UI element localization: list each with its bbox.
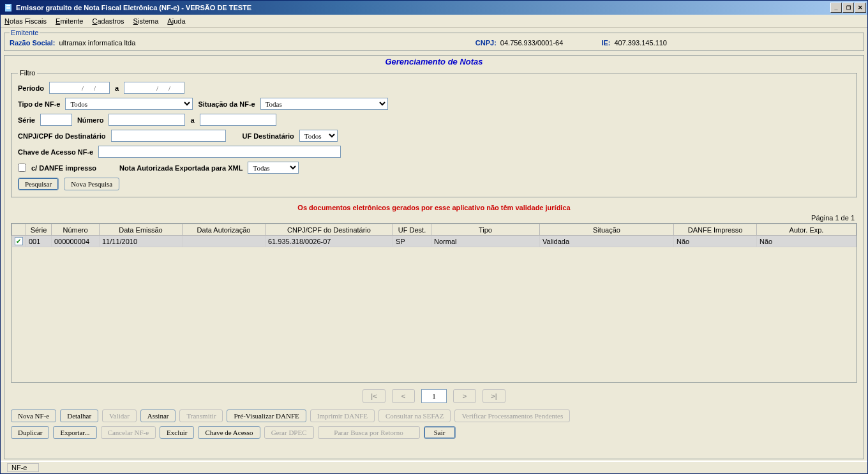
filtro-legend: Filtro (18, 69, 37, 77)
assinar-button[interactable]: Assinar (140, 409, 176, 422)
pager-nav: |< < > >| (11, 389, 857, 403)
table-header[interactable]: CNPJ/CPF do Destinatário (266, 224, 393, 236)
table-cell: Não (757, 236, 857, 247)
table-header[interactable]: Autor. Exp. (757, 224, 857, 236)
nota-exportada-select[interactable]: Todas (248, 162, 299, 174)
periodo-to-input[interactable] (124, 82, 184, 94)
table-header[interactable]: Data Autorização (183, 224, 266, 236)
page-info: Página 1 de 1 (11, 214, 855, 222)
table-cell: 61.935.318/0026-07 (266, 236, 393, 247)
situacao-nfe-label: Situação da NF-e (198, 100, 255, 108)
exportar-button[interactable]: Exportar... (53, 426, 96, 439)
validar-button[interactable]: Validar (102, 409, 137, 422)
menu-cadastros[interactable]: Cadastros (92, 17, 124, 25)
table-cell: SP (393, 236, 431, 247)
last-page-button[interactable]: >| (483, 389, 505, 403)
table-cell (12, 236, 26, 247)
first-page-button[interactable]: |< (363, 389, 385, 403)
chave-acesso-button[interactable]: Chave de Acesso (198, 426, 260, 439)
next-page-button[interactable]: > (453, 389, 476, 403)
numero-a-label: a (190, 116, 194, 124)
danfe-impresso-checkbox[interactable] (18, 164, 26, 172)
results-table-container: SérieNúmeroData EmissãoData AutorizaçãoC… (11, 223, 857, 383)
table-row[interactable]: 00100000000411/11/201061.935.318/0026-07… (12, 236, 857, 247)
previsualizar-danfe-button[interactable]: Pré-Visualizar DANFE (227, 409, 306, 422)
maximize-button[interactable]: ❐ (842, 3, 854, 13)
nota-exportada-label: Nota Autorizada Exportada para XML (119, 164, 243, 172)
table-header[interactable]: Data Emissão (100, 224, 183, 236)
menu-ajuda[interactable]: Ajuda (167, 17, 185, 25)
table-header[interactable]: Número (52, 224, 100, 236)
razao-social-label: Razão Social: (10, 39, 56, 47)
imprimir-danfe-button[interactable]: Imprimir DANFE (310, 409, 375, 422)
cnpjcpf-dest-label: CNPJ/CPF do Destinatário (18, 132, 106, 140)
table-cell: Normal (431, 236, 540, 247)
table-header[interactable]: Situação (540, 224, 674, 236)
periodo-from-input[interactable] (49, 82, 110, 94)
table-cell: 001 (26, 236, 52, 247)
pesquisar-button[interactable]: Pesquisar (18, 178, 59, 190)
cnpj-label: CNPJ: (475, 39, 497, 47)
tipo-nfe-label: Tipo de NF-e (18, 100, 60, 108)
titlebar-title: Emissor gratuito de Nota Fiscal Eletrôni… (16, 4, 830, 11)
cnpjcpf-dest-input[interactable] (111, 130, 226, 142)
table-header[interactable]: Série (26, 224, 52, 236)
table-header[interactable] (12, 224, 26, 236)
sair-button[interactable]: Sair (424, 426, 456, 439)
numero-to-input[interactable] (200, 114, 276, 126)
close-button[interactable]: ✕ (855, 3, 866, 13)
menu-emitente[interactable]: Emitente (56, 17, 83, 25)
nova-pesquisa-button[interactable]: Nova Pesquisa (64, 178, 119, 190)
verificar-pendentes-button[interactable]: Verificar Processamentos Pendentes (454, 409, 570, 422)
table-header[interactable]: UF Dest. (393, 224, 431, 236)
panel-title: Gerenciamento de Notas (11, 57, 857, 66)
cancelar-nfe-button[interactable]: Cancelar NF-e (101, 426, 156, 439)
minimize-button[interactable]: _ (830, 3, 842, 13)
gerar-dpec-button[interactable]: Gerar DPEC (264, 426, 314, 439)
table-header[interactable]: DANFE Impresso (674, 224, 757, 236)
page-number-input[interactable] (421, 389, 447, 403)
table-cell: Não (674, 236, 757, 247)
emitente-panel: Emitente Razão Social: ultramax informat… (4, 29, 864, 51)
menubar: Notas Fiscais Emitente Cadastros Sistema… (1, 15, 867, 27)
chave-acesso-input[interactable] (98, 146, 341, 158)
table-cell: Validada (540, 236, 674, 247)
menu-sistema[interactable]: Sistema (133, 17, 159, 25)
excluir-button[interactable]: Excluir (160, 426, 194, 439)
nova-nfe-button[interactable]: Nova NF-e (11, 409, 56, 422)
transmitir-button[interactable]: Transmitir (179, 409, 223, 422)
razao-social-value: ultramax informatica ltda (59, 39, 136, 47)
status-bar: NF-e (1, 461, 867, 473)
serie-label: Série (18, 116, 35, 124)
app-window: Emissor gratuito de Nota Fiscal Eletrôni… (0, 0, 868, 474)
table-cell: 000000004 (52, 236, 100, 247)
main-panel: Gerenciamento de Notas Filtro Período a … (4, 55, 864, 459)
table-cell (183, 236, 266, 247)
uf-dest-select[interactable]: Todos (299, 130, 338, 142)
tipo-nfe-select[interactable]: Todos (65, 98, 193, 110)
periodo-a-label: a (115, 84, 119, 92)
row-checkbox[interactable] (15, 237, 23, 245)
situacao-nfe-select[interactable]: Todas (260, 98, 388, 110)
chave-acesso-label: Chave de Acesso NF-e (18, 148, 93, 156)
emitente-legend: Emitente (10, 29, 40, 36)
app-icon (3, 3, 13, 13)
numero-from-input[interactable] (108, 114, 185, 126)
table-header[interactable]: Tipo (431, 224, 540, 236)
titlebar: Emissor gratuito de Nota Fiscal Eletrôni… (1, 1, 867, 15)
detalhar-button[interactable]: Detalhar (60, 409, 98, 422)
ie-label: IE: (601, 39, 610, 47)
parar-busca-button[interactable]: Parar Busca por Retorno (318, 426, 420, 439)
danfe-impresso-label: c/ DANFE impresso (31, 164, 96, 172)
cnpj-value: 04.756.933/0001-64 (500, 39, 563, 47)
menu-notas-fiscais[interactable]: Notas Fiscais (4, 17, 47, 25)
prev-page-button[interactable]: < (392, 389, 415, 403)
actions-row-1: Nova NF-e Detalhar Validar Assinar Trans… (11, 409, 857, 422)
table-cell: 11/11/2010 (100, 236, 183, 247)
consultar-sefaz-button[interactable]: Consultar na SEFAZ (378, 409, 451, 422)
filtro-panel: Filtro Período a Tipo de NF-e Todos Situ… (11, 69, 857, 197)
serie-input[interactable] (40, 114, 72, 126)
actions-row-2: Duplicar Exportar... Cancelar NF-e Exclu… (11, 426, 857, 439)
duplicar-button[interactable]: Duplicar (11, 426, 49, 439)
status-text: NF-e (7, 463, 39, 472)
